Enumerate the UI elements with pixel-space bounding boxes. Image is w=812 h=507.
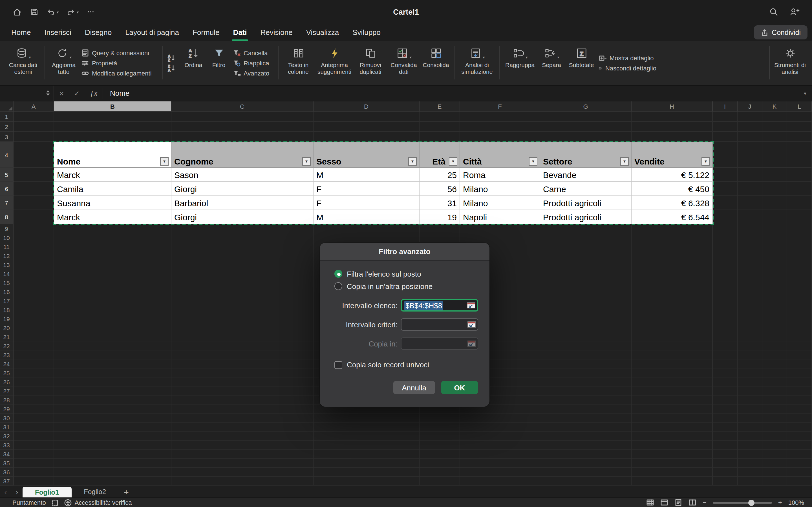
cell-K10[interactable]	[762, 233, 787, 242]
formula-content[interactable]: Nome	[103, 89, 804, 98]
cell-C34[interactable]	[171, 450, 313, 459]
accessibility-status[interactable]: Accessibilità: verifica	[64, 499, 132, 506]
cell-L34[interactable]	[787, 450, 812, 459]
cell-L15[interactable]	[787, 278, 812, 287]
cell-L35[interactable]	[787, 459, 812, 467]
avanzato-button[interactable]: Avanzato	[233, 69, 273, 77]
sheet-nav-left-icon[interactable]: ‹	[0, 486, 11, 497]
zoom-slider[interactable]	[713, 502, 772, 503]
cell-I11[interactable]	[713, 242, 738, 251]
cell-J16[interactable]	[738, 287, 762, 296]
cell-G25[interactable]	[540, 369, 631, 378]
cell-I18[interactable]	[713, 305, 738, 314]
cell-E4[interactable]: Età▾	[419, 142, 460, 168]
cell-J8[interactable]	[738, 210, 762, 224]
cell-F6[interactable]: Milano	[460, 182, 540, 196]
cell-H23[interactable]	[631, 350, 713, 359]
cell-A27[interactable]	[13, 386, 54, 395]
cell-C6[interactable]: Giorgi	[171, 182, 313, 196]
cell-D10[interactable]	[313, 233, 419, 242]
cell-I25[interactable]	[713, 369, 738, 378]
cell-L28[interactable]	[787, 395, 812, 404]
cell-K22[interactable]	[762, 341, 787, 350]
cell-G16[interactable]	[540, 287, 631, 296]
add-user-icon[interactable]	[790, 7, 800, 16]
cell-E30[interactable]	[419, 413, 460, 422]
cell-J13[interactable]	[738, 260, 762, 269]
cell-A35[interactable]	[13, 459, 54, 467]
cell-H10[interactable]	[631, 233, 713, 242]
cell-H28[interactable]	[631, 395, 713, 404]
cell-K3[interactable]	[762, 132, 787, 142]
cell-E31[interactable]	[419, 422, 460, 432]
cell-I27[interactable]	[713, 386, 738, 395]
cell-A15[interactable]	[13, 278, 54, 287]
cell-C20[interactable]	[171, 323, 313, 332]
cell-B16[interactable]	[54, 287, 171, 296]
cell-L32[interactable]	[787, 432, 812, 441]
cell-C31[interactable]	[171, 422, 313, 432]
cell-G14[interactable]	[540, 269, 631, 278]
cell-I4[interactable]	[713, 142, 738, 168]
zoom-slider-thumb[interactable]	[748, 499, 755, 506]
cell-G5[interactable]: Bevande	[540, 168, 631, 182]
cell-H31[interactable]	[631, 422, 713, 432]
cell-B29[interactable]	[54, 404, 171, 413]
cell-C21[interactable]	[171, 332, 313, 341]
cell-J30[interactable]	[738, 413, 762, 422]
tab-sviluppo[interactable]: Sviluppo	[346, 24, 388, 41]
cell-K5[interactable]	[762, 168, 787, 182]
cell-A28[interactable]	[13, 395, 54, 404]
row-header-33[interactable]: 33	[0, 441, 13, 450]
cell-G20[interactable]	[540, 323, 631, 332]
cell-E35[interactable]	[419, 459, 460, 467]
cell-G7[interactable]: Prodotti agricoli	[540, 196, 631, 210]
cell-L30[interactable]	[787, 413, 812, 422]
cell-G37[interactable]	[540, 476, 631, 486]
column-header-F[interactable]: F	[460, 101, 540, 112]
cell-A7[interactable]	[13, 196, 54, 210]
redo-button[interactable]: ▾	[67, 8, 79, 16]
cell-I26[interactable]	[713, 378, 738, 386]
cell-F31[interactable]	[460, 422, 540, 432]
share-button[interactable]: Condividi	[754, 25, 808, 40]
column-header-C[interactable]: C	[171, 101, 313, 112]
cell-I31[interactable]	[713, 422, 738, 432]
cell-H32[interactable]	[631, 432, 713, 441]
cell-K25[interactable]	[762, 369, 787, 378]
cell-H16[interactable]	[631, 287, 713, 296]
cell-H11[interactable]	[631, 242, 713, 251]
row-header-4[interactable]: 4	[0, 142, 13, 168]
cell-B8[interactable]: Marck	[54, 210, 171, 224]
cell-J37[interactable]	[738, 476, 762, 486]
cell-D32[interactable]	[313, 432, 419, 441]
cell-K7[interactable]	[762, 196, 787, 210]
cell-C4[interactable]: Cognome▾	[171, 142, 313, 168]
row-header-6[interactable]: 6	[0, 182, 13, 196]
select-all-corner[interactable]	[0, 101, 13, 112]
cell-H25[interactable]	[631, 369, 713, 378]
cell-L6[interactable]	[787, 182, 812, 196]
cell-F36[interactable]	[460, 467, 540, 476]
cell-B21[interactable]	[54, 332, 171, 341]
cell-I19[interactable]	[713, 314, 738, 323]
cell-C29[interactable]	[171, 404, 313, 413]
row-header-11[interactable]: 11	[0, 242, 13, 251]
cell-J17[interactable]	[738, 296, 762, 305]
strumenti-di-analisi-button[interactable]: Strumenti di analisi	[772, 43, 808, 82]
filter-dropdown-button[interactable]: ▾	[620, 157, 629, 166]
cell-G6[interactable]: Carne	[540, 182, 631, 196]
cell-B25[interactable]	[54, 369, 171, 378]
cell-H20[interactable]	[631, 323, 713, 332]
cell-G32[interactable]	[540, 432, 631, 441]
cell-I13[interactable]	[713, 260, 738, 269]
cell-A25[interactable]	[13, 369, 54, 378]
cell-L37[interactable]	[787, 476, 812, 486]
filter-dropdown-button[interactable]: ▾	[408, 157, 417, 166]
cell-J27[interactable]	[738, 386, 762, 395]
cell-K6[interactable]	[762, 182, 787, 196]
cell-E7[interactable]: 31	[419, 196, 460, 210]
column-header-D[interactable]: D	[313, 101, 419, 112]
cell-K31[interactable]	[762, 422, 787, 432]
cell-A12[interactable]	[13, 251, 54, 260]
